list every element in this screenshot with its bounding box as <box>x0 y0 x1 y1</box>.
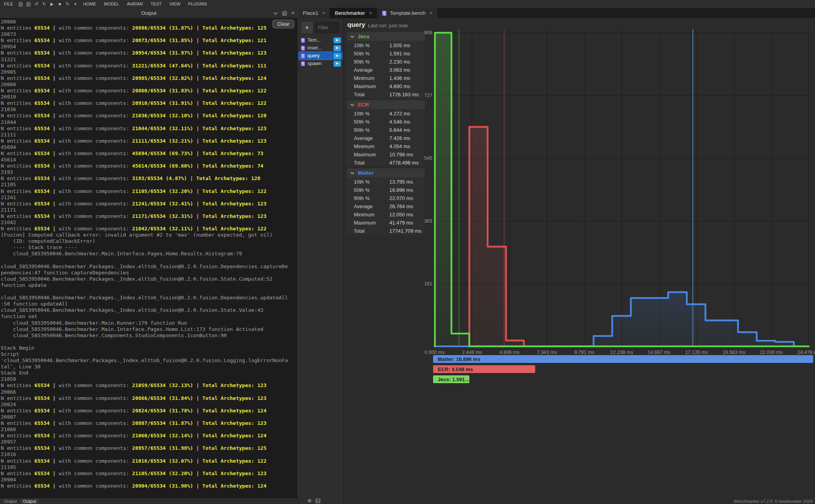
separator: | <box>50 175 59 181</box>
tab-close-icon[interactable]: × <box>322 10 325 16</box>
console-line: pendencies:47 function captureDependenci… <box>1 270 298 276</box>
close-icon[interactable]: × <box>291 10 295 16</box>
menu-home[interactable]: HOME <box>79 2 100 6</box>
console-line: 21105 <box>1 182 298 188</box>
run-benchmark-button[interactable]: ▶ <box>334 61 341 67</box>
console-line: 20887 <box>1 414 298 420</box>
console-text: with common components: <box>59 175 132 181</box>
console-line: 3193 <box>1 169 298 175</box>
stat-label: 90th % <box>347 126 385 134</box>
console-text: with common components: <box>59 213 132 219</box>
redo-icon[interactable]: ↻ <box>40 2 48 7</box>
tab-place1[interactable]: Place1× <box>298 8 330 18</box>
console-text: with common components: <box>59 50 132 56</box>
output-window: Output × 20886N entities 65534 | with co… <box>0 8 298 498</box>
run-benchmark-button[interactable]: ▶ <box>334 37 341 43</box>
console-line: N entities 65534 | with common component… <box>1 201 298 207</box>
console-text: 20985 <box>1 69 16 75</box>
benchmark-item-spawn[interactable]: spawn▶ <box>299 60 342 67</box>
stat-label: Average <box>347 202 385 210</box>
stat-label: 50th % <box>347 50 385 57</box>
copy-icon[interactable] <box>17 1 25 6</box>
separator: | <box>193 395 202 401</box>
stat-row: 50th %1.591 ms <box>347 50 425 57</box>
console-text: pendencies:47 function captureDependenci… <box>1 270 129 276</box>
separator: | <box>193 201 202 207</box>
separator: | <box>50 433 59 439</box>
archetypes-value: Total Archetypes: 124 <box>202 75 266 81</box>
tab-close-icon[interactable]: × <box>369 10 372 16</box>
benchmark-item-Tem[interactable]: Tem...▶ <box>299 36 342 44</box>
entity-count: 65534 <box>34 226 50 232</box>
menu-plugins[interactable]: PLUGINS <box>184 2 211 6</box>
stat-value: 3.063 ms <box>386 66 424 74</box>
console-text: N entities <box>1 483 34 489</box>
console-line: :50 function updateAll <box>1 301 298 307</box>
tab-label: Benchmarker <box>335 10 365 16</box>
console-line: ---- Stack trace ---- <box>1 244 298 251</box>
paste-icon[interactable] <box>25 1 32 6</box>
common-components-value: 20957/65534 (31.98%) <box>132 445 194 451</box>
collapse-chevron-icon[interactable] <box>273 10 278 16</box>
stats-group-header-jecs[interactable]: Jecs <box>347 32 425 41</box>
add-benchmark-button[interactable]: + <box>302 22 313 33</box>
undo-icon[interactable]: ↺ <box>32 2 40 7</box>
clear-button[interactable]: Clear <box>272 19 295 28</box>
console-line: cloud_5853950046.Benchmarker.Packages._I… <box>1 263 298 270</box>
separator: | <box>193 226 202 232</box>
benchmark-item-query[interactable]: query▶ <box>299 52 342 60</box>
console-text: 3193 <box>1 169 13 175</box>
menu-avatar[interactable]: AVATAR <box>123 2 147 6</box>
menu-view[interactable]: VIEW <box>165 2 184 6</box>
tab-benchmarker[interactable]: Benchmarker× <box>330 8 377 18</box>
benchmark-item-inser[interactable]: inser...▶ <box>299 44 342 52</box>
stat-value: 4778.496 ms <box>386 159 424 166</box>
dock-tab-output[interactable]: Output <box>2 499 19 504</box>
play-icon[interactable]: ▶ <box>48 2 56 7</box>
dock-icon[interactable] <box>282 10 287 16</box>
benchmark-item-label: query <box>307 53 320 58</box>
entity-count: 65534 <box>34 100 50 106</box>
menu-test[interactable]: TEST <box>147 2 165 6</box>
x-axis-label: 2.448 ms <box>462 350 482 355</box>
dropdown-caret-icon[interactable]: ▾ <box>71 2 79 7</box>
stats-group-header-matter[interactable]: Matter <box>347 168 425 177</box>
play-icon: ▶ <box>336 46 338 50</box>
script-icon <box>300 53 305 58</box>
console-text: 45614 <box>1 157 16 163</box>
console-text: 20873 <box>1 31 16 37</box>
menu-file[interactable]: FILE <box>0 2 17 6</box>
console-text: 21105 <box>1 464 16 470</box>
stats-group-header-ecr[interactable]: ECR <box>347 100 425 109</box>
gear-icon[interactable]: ⚙ <box>307 498 312 504</box>
entity-count: 65534 <box>34 213 50 219</box>
stat-row: 10th %13.795 ms <box>347 178 425 186</box>
console-line: N entities 65534 | with common component… <box>1 213 298 219</box>
filter-input[interactable] <box>315 22 339 33</box>
console-line: cloud_5853950046.Benchmarker.Packages._I… <box>1 295 298 301</box>
console-line: 20886 <box>1 19 298 25</box>
console-text: with common components: <box>59 382 132 388</box>
dock-tab-output[interactable]: Output <box>21 499 38 504</box>
console-text: with common components: <box>59 470 132 476</box>
reset-icon[interactable]: ↻ <box>64 2 71 7</box>
archetypes-value: Total Archetypes: 123 <box>202 50 266 56</box>
separator: | <box>193 75 202 81</box>
stat-label: Total <box>347 227 385 235</box>
console-text: with common components: <box>59 100 132 106</box>
console-text: Stack Begin <box>1 345 34 351</box>
report-icon[interactable] <box>316 498 320 504</box>
menu-model[interactable]: MODEL <box>100 2 123 6</box>
stop-icon[interactable]: ■ <box>56 2 64 6</box>
stat-label: Total <box>347 159 385 166</box>
run-benchmark-button[interactable]: ▶ <box>334 45 341 51</box>
output-console[interactable]: 20886N entities 65534 | with common comp… <box>0 18 298 498</box>
separator: | <box>193 37 202 43</box>
console-line: N entities 65534 | with common component… <box>1 226 298 232</box>
console-text: cloud_5853950046.Benchmarker.Packages._I… <box>1 276 273 282</box>
entity-count: 65534 <box>34 138 50 144</box>
tab-close-icon[interactable]: × <box>430 10 433 16</box>
tab-template-bench[interactable]: Template.bench× <box>377 8 437 18</box>
archetypes-value: Total Archetypes: 123 <box>202 470 266 476</box>
run-benchmark-button[interactable]: ▶ <box>334 53 341 59</box>
